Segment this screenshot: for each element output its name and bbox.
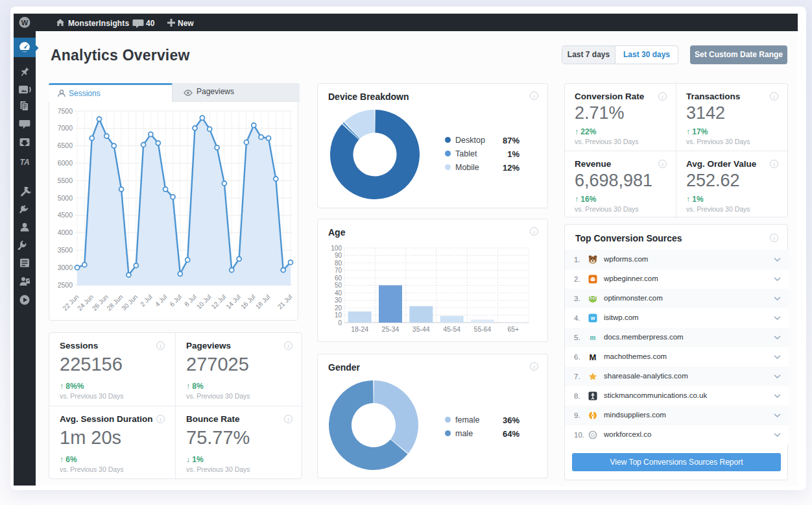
svg-text:6000: 6000: [58, 159, 73, 167]
svg-text:30 Jun: 30 Jun: [120, 293, 139, 312]
svg-text:4 Jul: 4 Jul: [154, 293, 169, 308]
svg-text:21 Jul: 21 Jul: [276, 293, 294, 311]
svg-text:M: M: [590, 352, 597, 362]
svg-text:6 Jul: 6 Jul: [168, 293, 183, 308]
svg-text:90: 90: [335, 252, 342, 259]
svg-text:24 Jun: 24 Jun: [76, 293, 95, 312]
svg-text:50: 50: [335, 282, 342, 289]
svg-text:0: 0: [338, 319, 342, 326]
svg-text:80: 80: [335, 260, 342, 267]
svg-text:70: 70: [335, 267, 342, 274]
svg-text:W: W: [21, 19, 29, 27]
svg-text:6500: 6500: [58, 142, 73, 149]
svg-text:5500: 5500: [58, 177, 73, 184]
svg-text:25-34: 25-34: [382, 325, 400, 333]
svg-text:5000: 5000: [58, 194, 73, 202]
svg-text:3500: 3500: [58, 246, 73, 254]
svg-text:10 Jul: 10 Jul: [195, 293, 213, 311]
svg-text:28 Jun: 28 Jun: [106, 293, 125, 312]
svg-text:4000: 4000: [58, 228, 73, 236]
svg-text:3000: 3000: [58, 264, 73, 271]
svg-text:2 Jul: 2 Jul: [139, 293, 154, 308]
svg-text:10: 10: [335, 312, 342, 319]
svg-text:45-54: 45-54: [443, 325, 460, 333]
svg-text:4500: 4500: [58, 211, 73, 219]
svg-text:18-24: 18-24: [351, 325, 368, 333]
svg-text:7500: 7500: [58, 107, 73, 115]
svg-text:100: 100: [331, 245, 342, 252]
svg-text:30: 30: [335, 297, 342, 304]
svg-text:14 Jul: 14 Jul: [224, 293, 242, 311]
svg-text:m: m: [590, 334, 596, 341]
svg-text:18 Jul: 18 Jul: [254, 293, 272, 311]
svg-text:7000: 7000: [58, 124, 73, 132]
svg-text:20: 20: [335, 304, 342, 312]
svg-text:65+: 65+: [507, 325, 519, 333]
svg-text:60: 60: [335, 275, 342, 282]
svg-text:TA: TA: [19, 158, 29, 167]
svg-text:w: w: [590, 315, 595, 321]
svg-text:40: 40: [335, 289, 342, 297]
svg-text:55-64: 55-64: [474, 325, 492, 333]
svg-text:22 Jun: 22 Jun: [61, 293, 80, 312]
svg-text:16 Jul: 16 Jul: [239, 293, 257, 311]
svg-text:12 Jul: 12 Jul: [210, 293, 228, 311]
svg-text:26 Jun: 26 Jun: [91, 293, 110, 312]
svg-text:2500: 2500: [58, 281, 73, 289]
svg-text:35-44: 35-44: [412, 325, 430, 333]
